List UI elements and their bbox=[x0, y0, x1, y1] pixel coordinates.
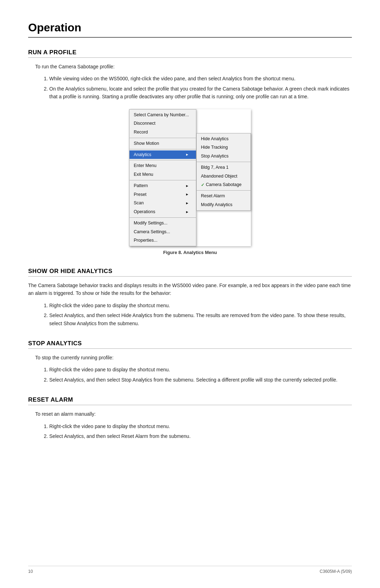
figure-caption: Figure 8. Analytics Menu bbox=[163, 250, 217, 255]
analytics-label: Analytics bbox=[134, 151, 151, 158]
stop-analytics-steps: Right-click the video pane to display th… bbox=[49, 366, 352, 384]
run-profile-steps: While viewing video on the WS5000, right… bbox=[49, 75, 352, 100]
operations-arrow: ► bbox=[185, 209, 189, 215]
page-footer: 10 C3605M-A (5/09) bbox=[28, 566, 352, 574]
submenu-separator-1 bbox=[197, 162, 251, 162]
heading-show-hide-analytics: SHOW OR HIDE ANALYTICS bbox=[28, 268, 352, 277]
operations-label: Operations bbox=[134, 209, 155, 215]
analytics-submenu: Hide Analytics Hide Tracking Stop Analyt… bbox=[196, 133, 251, 211]
heading-run-a-profile: RUN A PROFILE bbox=[28, 49, 352, 58]
run-profile-step-1: While viewing video on the WS5000, right… bbox=[49, 75, 352, 82]
menu-item-enter-menu: Enter Menu bbox=[129, 161, 196, 170]
submenu-item-stop-analytics: Stop Analytics bbox=[197, 152, 251, 161]
submenu-item-modify-analytics: Modify Analytics bbox=[197, 200, 251, 209]
page-title: Operation bbox=[28, 21, 352, 38]
menu-item-show-motion: Show Motion bbox=[129, 139, 196, 148]
menu-item-select-camera: Select Camera by Number... bbox=[129, 111, 196, 119]
footer-doc-id: C3605M-A (5/09) bbox=[320, 569, 352, 574]
run-profile-intro: To run the Camera Sabotage profile: bbox=[35, 63, 352, 70]
menu-item-modify-settings: Modify Settings... bbox=[129, 219, 196, 228]
show-hide-step-2: Select Analytics, and then select Hide A… bbox=[49, 311, 352, 327]
reset-alarm-steps: Right-click the video pane to display th… bbox=[49, 422, 352, 440]
separator-2 bbox=[129, 149, 196, 149]
menu-item-properties: Properties... bbox=[129, 236, 196, 245]
figure-analytics-menu: Select Camera by Number... Disconnect Re… bbox=[28, 109, 352, 255]
reset-alarm-intro: To reset an alarm manually: bbox=[35, 410, 352, 418]
submenu-item-bldg7: Bldg 7, Area 1 bbox=[197, 163, 251, 172]
separator-4 bbox=[129, 180, 196, 180]
menu-item-scan: Scan ► bbox=[129, 199, 196, 208]
menu-item-exit-menu: Exit Menu bbox=[129, 170, 196, 179]
preset-arrow: ► bbox=[185, 192, 189, 197]
submenu-item-reset-alarm: Reset Alarm bbox=[197, 192, 251, 200]
scan-arrow: ► bbox=[185, 200, 189, 206]
figure-caption-text: Analytics Menu bbox=[182, 250, 217, 255]
separator-5 bbox=[129, 217, 196, 218]
stop-analytics-intro: To stop the currently running profile: bbox=[35, 354, 352, 361]
stop-analytics-step-2: Select Analytics, and then select Stop A… bbox=[49, 376, 352, 384]
heading-reset-alarm: RESET ALARM bbox=[28, 396, 352, 405]
reset-alarm-step-2: Select Analytics, and then select Reset … bbox=[49, 432, 352, 440]
submenu-separator-2 bbox=[197, 190, 251, 191]
context-menu-image: Select Camera by Number... Disconnect Re… bbox=[129, 109, 251, 247]
section-stop-analytics: STOP ANALYTICS To stop the currently run… bbox=[28, 340, 352, 384]
menu-item-disconnect: Disconnect bbox=[129, 119, 196, 128]
menu-item-camera-settings: Camera Settings... bbox=[129, 228, 196, 236]
submenu-item-camera-sabotage: ✓Camera Sabotage bbox=[197, 180, 251, 189]
pattern-label: Pattern bbox=[134, 182, 148, 189]
footer-page-number: 10 bbox=[28, 569, 33, 574]
separator-1 bbox=[129, 138, 196, 138]
run-profile-step-2: On the Analytics submenu, locate and sel… bbox=[49, 85, 352, 101]
section-reset-alarm: RESET ALARM To reset an alarm manually: … bbox=[28, 396, 352, 440]
show-hide-body: The Camera Sabotage behavior tracks and … bbox=[28, 281, 352, 297]
section-run-a-profile: RUN A PROFILE To run the Camera Sabotage… bbox=[28, 49, 352, 255]
menu-item-preset: Preset ► bbox=[129, 190, 196, 199]
preset-label: Preset bbox=[134, 191, 146, 198]
pattern-arrow: ► bbox=[185, 183, 189, 188]
scan-label: Scan bbox=[134, 200, 144, 206]
analytics-arrow: ► bbox=[185, 152, 189, 157]
submenu-item-hide-analytics: Hide Analytics bbox=[197, 135, 251, 143]
submenu-item-abandoned-object: Abandoned Object bbox=[197, 172, 251, 181]
heading-stop-analytics: STOP ANALYTICS bbox=[28, 340, 352, 349]
menu-item-pattern: Pattern ► bbox=[129, 181, 196, 190]
menu-item-operations: Operations ► bbox=[129, 208, 196, 216]
section-show-hide-analytics: SHOW OR HIDE ANALYTICS The Camera Sabota… bbox=[28, 268, 352, 327]
submenu-item-hide-tracking: Hide Tracking bbox=[197, 143, 251, 152]
menu-item-analytics: Analytics ► bbox=[129, 150, 196, 159]
show-hide-step-1: Right-click the video pane to display th… bbox=[49, 302, 352, 309]
stop-analytics-step-1: Right-click the video pane to display th… bbox=[49, 366, 352, 373]
figure-caption-bold: Figure 8. bbox=[163, 250, 182, 255]
reset-alarm-step-1: Right-click the video pane to display th… bbox=[49, 422, 352, 430]
menu-item-record: Record bbox=[129, 128, 196, 137]
separator-3 bbox=[129, 160, 196, 160]
checkmark-icon: ✓ bbox=[201, 182, 204, 188]
context-menu: Select Camera by Number... Disconnect Re… bbox=[129, 109, 196, 247]
show-hide-steps: Right-click the video pane to display th… bbox=[49, 302, 352, 327]
